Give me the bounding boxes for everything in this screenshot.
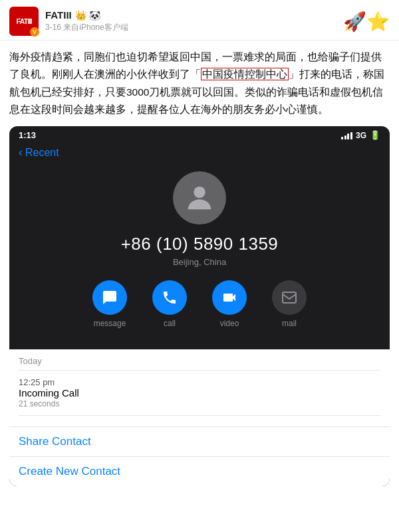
svg-rect-1 xyxy=(283,292,296,303)
message-button[interactable] xyxy=(92,280,127,315)
call-action[interactable]: call xyxy=(146,280,193,328)
phone-number[interactable]: +86 (10) 5890 1359 xyxy=(121,234,279,254)
mail-button[interactable] xyxy=(272,280,307,315)
video-button[interactable] xyxy=(212,280,247,315)
video-action[interactable]: video xyxy=(206,280,253,328)
call-button[interactable] xyxy=(152,280,187,315)
bottom-links-section: Share Contact Create New Contact xyxy=(9,426,390,486)
call-icon xyxy=(162,290,178,306)
post-meta: 3-16 来自iPhone客户端 xyxy=(45,22,128,33)
share-contact-link[interactable]: Share Contact xyxy=(9,426,390,456)
avatar[interactable]: FATIII V xyxy=(9,7,39,36)
person-icon xyxy=(182,181,217,215)
status-bar: 1:13 3G 🔋 xyxy=(9,126,390,143)
header-decoration: 🚀⭐ xyxy=(343,11,390,33)
divider-2 xyxy=(19,415,380,416)
post-body: 海外疫情趋紧，同胞们也迫切希望返回中国，一票难求的局面，也给骗子们提供了良机。刚… xyxy=(0,41,399,126)
phone-location: Beijing, China xyxy=(173,257,226,267)
network-label: 3G xyxy=(356,131,366,140)
username-emojis: 👑 🐼 xyxy=(75,10,100,21)
contact-avatar xyxy=(173,171,226,224)
mail-action[interactable]: mail xyxy=(266,280,313,328)
battery-icon: 🔋 xyxy=(370,130,380,140)
create-new-contact-link[interactable]: Create New Contact xyxy=(9,456,390,486)
mail-label: mail xyxy=(282,319,297,328)
username[interactable]: FATIII xyxy=(45,9,72,21)
call-time: 12:25 pm xyxy=(19,377,79,387)
action-buttons-row: message call video xyxy=(23,280,376,328)
nav-back-button[interactable]: ‹ Recent xyxy=(9,143,390,165)
phone-screenshot-card: 1:13 3G 🔋 ‹ Recent +86 (10) 5890 1359 Be… xyxy=(9,126,390,486)
message-action[interactable]: message xyxy=(86,280,133,328)
video-icon xyxy=(221,290,237,306)
message-icon xyxy=(102,290,118,306)
back-label: Recent xyxy=(25,147,59,159)
user-info: FATIII V FATIII 👑 🐼 3-16 来自iPhone客户端 xyxy=(9,7,128,36)
call-entry-row: 12:25 pm Incoming Call 21 seconds xyxy=(19,375,380,411)
svg-point-0 xyxy=(194,187,205,198)
chevron-left-icon: ‹ xyxy=(19,145,23,159)
status-time: 1:13 xyxy=(19,130,36,140)
verified-badge: V xyxy=(30,27,39,37)
sticker: 🚀⭐ xyxy=(343,11,390,32)
call-history-section: Today 12:25 pm Incoming Call 21 seconds xyxy=(9,349,390,426)
post-header: FATIII V FATIII 👑 🐼 3-16 来自iPhone客户端 🚀⭐ xyxy=(0,0,399,41)
user-details: FATIII 👑 🐼 3-16 来自iPhone客户端 xyxy=(45,9,128,33)
call-label: call xyxy=(164,319,176,328)
call-entry-details: 12:25 pm Incoming Call 21 seconds xyxy=(19,377,79,408)
call-history-date: Today xyxy=(19,356,380,366)
contact-section: +86 (10) 5890 1359 Beijing, China messag… xyxy=(9,165,390,349)
divider xyxy=(19,370,380,371)
call-duration: 21 seconds xyxy=(19,399,79,408)
message-label: message xyxy=(94,319,126,328)
mail-icon xyxy=(281,290,297,306)
video-label: video xyxy=(220,319,239,328)
highlighted-text: 中国疫情控制中心 xyxy=(201,68,289,80)
signal-icon xyxy=(341,132,352,139)
call-type: Incoming Call xyxy=(19,387,79,399)
status-icons: 3G 🔋 xyxy=(341,130,380,140)
